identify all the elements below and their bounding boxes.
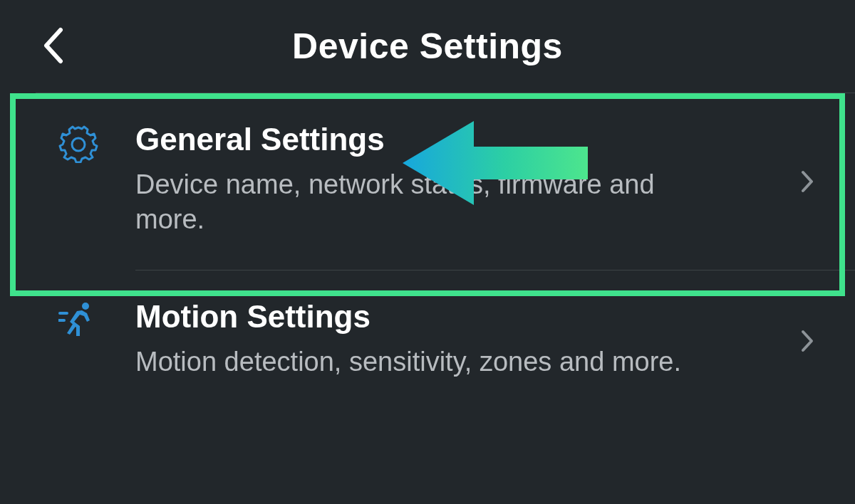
svg-point-1 <box>82 303 89 310</box>
settings-item-general[interactable]: General Settings Device name, network st… <box>0 93 855 270</box>
settings-item-motion[interactable]: Motion Settings Motion detection, sensit… <box>0 271 855 411</box>
item-title: General Settings <box>135 122 805 157</box>
back-button[interactable] <box>36 26 71 68</box>
chevron-left-icon <box>42 27 65 67</box>
gear-icon <box>57 123 100 166</box>
page-title: Device Settings <box>292 26 563 67</box>
item-subtitle: Motion detection, sensitivity, zones and… <box>135 345 691 379</box>
chevron-right-icon <box>800 169 816 194</box>
svg-point-0 <box>72 138 85 151</box>
item-title: Motion Settings <box>135 299 805 335</box>
item-subtitle: Device name, network status, firmware an… <box>135 167 691 238</box>
chevron-right-icon <box>800 329 816 353</box>
header-bar: Device Settings <box>0 0 855 93</box>
running-person-icon <box>57 300 100 343</box>
